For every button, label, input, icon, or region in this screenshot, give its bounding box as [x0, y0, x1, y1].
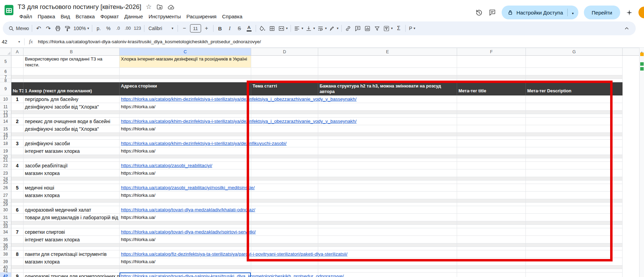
cell-E29[interactable]: [318, 203, 457, 206]
cell-D26[interactable]: [251, 184, 318, 192]
cell-A16[interactable]: [11, 133, 23, 136]
column-header-A[interactable]: A: [11, 48, 23, 55]
cell-F36[interactable]: [457, 243, 526, 247]
cell-D24[interactable]: [251, 177, 318, 181]
cell-E11[interactable]: [318, 103, 457, 111]
row-number-29[interactable]: 29: [0, 203, 11, 206]
cell-D37[interactable]: [251, 247, 318, 250]
cell-F14[interactable]: [457, 118, 526, 125]
cell-B29[interactable]: [23, 203, 120, 206]
cell-A21[interactable]: [11, 158, 23, 162]
cell-D22[interactable]: [251, 162, 318, 169]
cell-E13[interactable]: [318, 114, 457, 118]
cell-D31[interactable]: [251, 214, 318, 221]
page-url-link[interactable]: https://hlorka.ua/catalog/khim-dezinfekt…: [121, 96, 357, 102]
percent-format-button[interactable]: %: [104, 23, 113, 34]
cell-G27[interactable]: [526, 192, 623, 199]
cell-F5[interactable]: [457, 56, 526, 68]
cell-C39[interactable]: https://hlorka.ua/: [120, 258, 251, 266]
cell-F20[interactable]: [457, 155, 526, 158]
cell-F29[interactable]: [457, 203, 526, 206]
cell-G18[interactable]: [526, 140, 623, 147]
page-url-link[interactable]: https://hlorka.ua/catalog/khim-dezinfekt…: [121, 141, 286, 146]
cell-A23[interactable]: [11, 169, 23, 177]
cell-B27[interactable]: магазин хлорка: [23, 192, 120, 199]
menu-data[interactable]: Данные: [122, 13, 146, 20]
cell-B19[interactable]: інтернет магазин хлорка: [23, 147, 120, 155]
cell-E32[interactable]: [318, 221, 457, 225]
row-number-14[interactable]: 14: [0, 118, 11, 125]
cell-D28[interactable]: [251, 199, 318, 203]
cell-A25[interactable]: [11, 181, 23, 184]
cloud-saved-icon[interactable]: [168, 3, 175, 11]
cell-A41[interactable]: [11, 269, 23, 273]
cell-G24[interactable]: [526, 177, 623, 181]
cell-G29[interactable]: [526, 203, 623, 206]
cell-G14[interactable]: [526, 118, 623, 125]
cell-A11[interactable]: [11, 103, 23, 111]
cell-B10[interactable]: пергідроль для басейну: [23, 95, 120, 103]
cell-F30[interactable]: [457, 206, 526, 214]
cell-E31[interactable]: [318, 214, 457, 221]
cell-B31[interactable]: товари для медзакладів і лабораторій від…: [23, 214, 120, 221]
row-number-10[interactable]: 10: [0, 95, 11, 103]
column-header-F[interactable]: F: [457, 48, 526, 55]
cell-D34[interactable]: [251, 228, 318, 236]
page-url-link[interactable]: https://hlorka.ua/catalog/fiz-dezinfekts…: [121, 251, 348, 257]
paint-format-button[interactable]: [63, 23, 73, 34]
cell-D39[interactable]: [251, 258, 318, 266]
cell-C34[interactable]: https://hlorka.ua/catalog/tovari-dlya-me…: [120, 228, 251, 236]
cell-D40[interactable]: [251, 266, 318, 269]
cell-G7[interactable]: [526, 75, 623, 79]
cell-A37[interactable]: [11, 247, 23, 250]
cell-F40[interactable]: [457, 266, 526, 269]
row-number-12[interactable]: 12: [0, 111, 11, 114]
row-number-17[interactable]: 17: [0, 136, 11, 140]
row-number-37[interactable]: 37: [0, 247, 11, 250]
cell-G37[interactable]: [526, 247, 623, 250]
cell-D15[interactable]: [251, 125, 318, 133]
name-box[interactable]: 42: [0, 39, 22, 45]
cell-A27[interactable]: [11, 192, 23, 199]
cell-E34[interactable]: [318, 228, 457, 236]
cell-B18[interactable]: дезінфікуючі засоби: [23, 140, 120, 147]
cell-E8[interactable]: [318, 79, 457, 82]
cell-D7[interactable]: [251, 75, 318, 79]
menu-help[interactable]: Справка: [219, 13, 245, 20]
cell-A5[interactable]: [11, 56, 23, 68]
cell-A26[interactable]: 5: [11, 184, 23, 192]
cell-E5[interactable]: [318, 56, 457, 68]
star-icon[interactable]: [146, 3, 152, 10]
cell-D8[interactable]: [251, 79, 318, 82]
cell-A38[interactable]: 8: [11, 250, 23, 258]
cell-B30[interactable]: одноразовий медичний халат: [23, 206, 120, 214]
share-dropdown-caret[interactable]: [568, 10, 578, 16]
insert-comment-button[interactable]: [353, 23, 363, 34]
cell-E9[interactable]: Бажана структура h2 та h3, можна змінюва…: [318, 82, 457, 95]
menu-insert[interactable]: Вставка: [73, 13, 98, 20]
cell-D30[interactable]: [251, 206, 318, 214]
select-all-corner[interactable]: [0, 48, 11, 55]
cell-D35[interactable]: [251, 236, 318, 243]
column-header-D[interactable]: D: [251, 48, 318, 55]
cell-E25[interactable]: [318, 181, 457, 184]
number-format-button[interactable]: 123: [133, 23, 142, 34]
cell-C27[interactable]: https://hlorka.ua/: [120, 192, 251, 199]
row-number-19[interactable]: 19: [0, 147, 11, 155]
formula-input[interactable]: https://hlorka.ua/catalog/tovari-dlya-sa…: [38, 39, 261, 44]
cell-A15[interactable]: [11, 125, 23, 133]
cell-A30[interactable]: 6: [11, 206, 23, 214]
cell-E18[interactable]: [318, 140, 457, 147]
cell-A8[interactable]: [11, 79, 23, 82]
cell-E40[interactable]: [318, 266, 457, 269]
cell-C10[interactable]: https://hlorka.ua/catalog/khim-dezinfekt…: [120, 95, 251, 103]
cell-A6[interactable]: [11, 68, 23, 75]
menu-extensions[interactable]: Расширения: [184, 13, 219, 20]
cell-F23[interactable]: [457, 169, 526, 177]
cell-B8[interactable]: [23, 79, 120, 82]
column-header-G[interactable]: G: [526, 48, 623, 55]
row-number-33[interactable]: 33: [0, 225, 11, 228]
cell-C32[interactable]: [120, 221, 251, 225]
cell-F31[interactable]: [457, 214, 526, 221]
filter-views-button[interactable]: [382, 23, 394, 34]
